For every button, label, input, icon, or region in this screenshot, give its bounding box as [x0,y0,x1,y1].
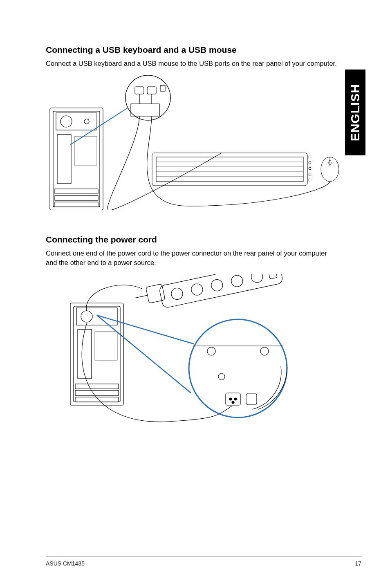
svg-rect-41 [159,274,283,308]
figure-usb-keyboard-mouse [46,75,340,210]
section2-heading: Connecting the power cord [46,235,340,245]
svg-rect-6 [57,135,71,184]
main-content: Connecting a USB keyboard and a USB mous… [46,45,340,426]
language-tab: ENGLISH [345,70,365,155]
svg-point-24 [309,156,311,158]
svg-point-44 [210,278,224,292]
language-label: ENGLISH [348,84,362,141]
footer-model: ASUS CM1435 [46,560,85,567]
svg-point-46 [250,274,264,283]
svg-rect-38 [75,384,119,389]
section2-body: Connect one end of the power cord to the… [46,249,340,267]
svg-point-10 [126,75,170,120]
svg-rect-32 [70,303,123,405]
svg-rect-1 [53,111,100,207]
svg-point-25 [309,162,311,164]
svg-point-42 [170,287,184,301]
svg-point-43 [190,283,204,296]
svg-point-58 [232,401,234,404]
svg-rect-0 [50,108,103,210]
svg-rect-39 [75,391,119,395]
svg-line-17 [70,108,128,145]
svg-line-61 [97,315,191,393]
svg-point-56 [229,398,232,400]
svg-rect-48 [146,284,165,303]
svg-point-27 [309,173,311,175]
footer-page-number: 17 [355,560,361,567]
svg-rect-37 [95,332,117,360]
svg-point-26 [309,167,311,170]
svg-point-3 [61,116,72,127]
svg-point-4 [84,119,89,124]
section1-heading: Connecting a USB keyboard and a USB mous… [46,45,340,55]
svg-point-57 [234,398,237,400]
svg-line-49 [135,295,147,298]
svg-rect-5 [74,137,97,165]
svg-rect-34 [76,308,117,325]
svg-rect-36 [78,330,92,379]
svg-rect-8 [55,195,98,200]
svg-rect-7 [55,189,98,194]
svg-rect-33 [74,306,120,402]
svg-point-45 [230,274,244,288]
section1-body: Connect a USB keyboard and a USB mouse t… [46,59,340,68]
svg-rect-47 [268,274,277,279]
svg-point-35 [81,311,92,322]
svg-point-28 [309,179,311,181]
page-footer: ASUS CM1435 17 [46,557,361,567]
svg-rect-18 [152,153,307,186]
page: ENGLISH Connecting a USB keyboard and a … [0,0,390,588]
svg-rect-2 [56,113,97,130]
svg-line-60 [97,315,194,344]
svg-rect-9 [55,202,98,207]
figure-power-cord [46,274,340,426]
